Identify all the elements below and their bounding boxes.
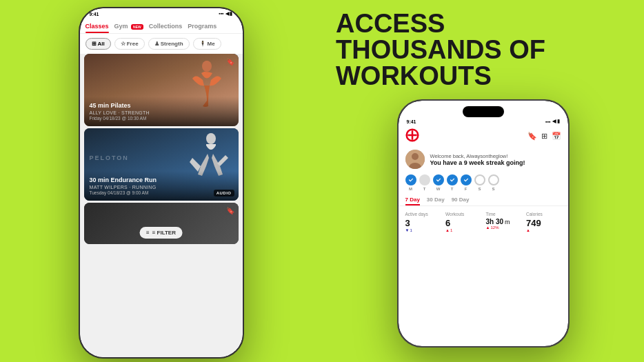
label-s2: S xyxy=(488,187,499,191)
pilates-date: Friday 04/18/23 @ 10:30 AM xyxy=(90,116,233,121)
welcome-section: Welcome back, Alwaysontheglow! You have … xyxy=(399,147,568,173)
period-tabs: 7 Day 30 Day 90 Day xyxy=(399,194,568,206)
avatar-svg xyxy=(405,150,425,169)
stats-section: Active days 3 ▼ 1 Workouts 6 xyxy=(399,206,568,238)
workout-card-third[interactable]: 🔖 ≡ ≡ FILTER xyxy=(84,203,239,244)
tab-programs[interactable]: Programs xyxy=(188,21,217,33)
run-instructor: MATT WILPERS · RUNNING xyxy=(90,185,233,190)
workout-feed: 45 min Pilates ALLY LOVE · STRENGTH Frid… xyxy=(80,54,243,357)
chip-all[interactable]: ⊞ All xyxy=(85,38,111,50)
label-m: M xyxy=(405,187,416,191)
streak-dot-s1 xyxy=(474,174,485,185)
stat-active-days-label: Active days xyxy=(405,212,441,217)
welcome-text-block: Welcome back, Alwaysontheglow! You have … xyxy=(430,153,525,166)
bookmark-icon-pilates[interactable]: 🔖 xyxy=(226,58,234,66)
streak-section: M T W T F S S xyxy=(399,173,568,194)
peloton-logo-svg xyxy=(405,128,419,142)
filter-icon: ≡ xyxy=(146,230,150,236)
nav-tabs: Classes Gym NEW Collections Programs xyxy=(80,18,243,34)
star-icon: ☆ xyxy=(121,41,125,47)
checkmark-m xyxy=(408,177,414,183)
streak-dot-t2 xyxy=(447,174,458,185)
chip-me[interactable]: 🕴 Me xyxy=(193,38,221,50)
label-f: F xyxy=(461,187,472,191)
pilates-title: 45 min Pilates xyxy=(90,102,233,109)
stat-time: Time 3h 30m ▲ 12% xyxy=(486,212,521,232)
svg-point-1 xyxy=(206,133,216,144)
stat-workouts: Workouts 6 ▲ 1 xyxy=(445,212,481,232)
headline-container: ACCESS THOUSANDS OF WORKOUTS xyxy=(322,0,644,96)
tab-collections[interactable]: Collections xyxy=(149,21,183,33)
workout-card-run[interactable]: PELOTON 30 min Endurance Run MATT WILPER… xyxy=(84,128,239,201)
left-panel: 9:41 ▪▪▪ ◀ ▮ Classes Gym NEW Collections… xyxy=(0,0,322,362)
time-right: 9:41 xyxy=(407,119,416,124)
run-title: 30 min Endurance Run xyxy=(90,177,233,183)
peloton-watermark: PELOTON xyxy=(90,154,129,161)
down-arrow-active: ▼ xyxy=(405,228,410,232)
chip-strength[interactable]: ♟ Strength xyxy=(148,38,190,50)
stat-time-label: Time xyxy=(486,212,521,217)
streak-dot-f xyxy=(461,174,472,185)
right-panel: ACCESS THOUSANDS OF WORKOUTS 9:41 ▪▪▪ ◀ … xyxy=(322,0,644,362)
stat-workouts-label: Workouts xyxy=(445,212,481,217)
streak-text: You have a 9 week streak going! xyxy=(430,159,525,166)
status-icons-left: ▪▪▪ ◀ ▮ xyxy=(219,11,232,17)
status-bar-left: 9:41 ▪▪▪ ◀ ▮ xyxy=(80,8,243,18)
person-icon: 🕴 xyxy=(199,41,206,47)
tab-classes[interactable]: Classes xyxy=(85,21,109,33)
streak-dots xyxy=(405,174,561,185)
streak-dot-t1 xyxy=(419,174,430,185)
app-header: 🔖 ⊞ 📅 xyxy=(399,124,568,147)
stat-workouts-value: 6 xyxy=(445,218,481,228)
tab-gym[interactable]: Gym NEW xyxy=(114,21,143,33)
new-badge: NEW xyxy=(131,24,143,30)
phone-right-container: 9:41 ▪▪▪ ◀ ▮ xyxy=(322,96,644,362)
checkmark-t2 xyxy=(450,177,455,183)
checkmark-f xyxy=(463,177,469,183)
status-icons-right: ▪▪▪ ◀ ▮ xyxy=(545,119,559,124)
signal-icon: ▪▪▪ xyxy=(545,119,550,124)
audio-badge: AUDIO xyxy=(214,190,234,197)
dynamic-island xyxy=(463,106,504,117)
strength-icon: ♟ xyxy=(154,41,159,47)
filter-label: ≡ FILTER xyxy=(152,230,176,236)
label-w: W xyxy=(433,187,444,191)
grid-icon: ⊞ xyxy=(92,41,97,47)
avatar xyxy=(405,150,425,169)
phone-left: 9:41 ▪▪▪ ◀ ▮ Classes Gym NEW Collections… xyxy=(79,7,244,359)
up-arrow-workouts: ▲ xyxy=(445,228,450,232)
tab-90day[interactable]: 90 Day xyxy=(452,197,470,205)
stat-calories-label: Calories xyxy=(526,212,561,217)
stat-active-days: Active days 3 ▼ 1 xyxy=(405,212,441,232)
bookmark-icon-third[interactable]: 🔖 xyxy=(226,207,234,214)
label-t1: T xyxy=(419,187,430,191)
stat-active-days-change: ▼ 1 xyxy=(405,228,441,232)
calendar-icon[interactable]: 📅 xyxy=(552,132,561,141)
chip-free[interactable]: ☆ Free xyxy=(114,38,145,50)
welcome-greeting: Welcome back, Alwaysontheglow! xyxy=(430,153,525,159)
stat-active-days-value: 3 xyxy=(405,218,441,228)
bookmark-header-icon[interactable]: 🔖 xyxy=(527,132,537,141)
stat-calories-value: 749 xyxy=(526,218,561,228)
streak-dot-m xyxy=(405,174,416,185)
add-icon[interactable]: ⊞ xyxy=(541,132,547,141)
time-left: 9:41 xyxy=(90,12,99,17)
checkmark-w xyxy=(436,177,441,183)
label-s1: S xyxy=(474,187,485,191)
stat-time-value: 3h 30m xyxy=(486,218,521,225)
svg-point-6 xyxy=(412,153,419,160)
peloton-logo xyxy=(405,128,419,144)
svg-point-0 xyxy=(202,61,212,72)
header-icons: 🔖 ⊞ 📅 xyxy=(527,132,561,141)
run-date: Tuesday 04/18/23 @ 9:00 AM xyxy=(90,190,233,195)
workout-card-pilates[interactable]: 45 min Pilates ALLY LOVE · STRENGTH Frid… xyxy=(84,54,239,126)
filter-chips: ⊞ All ☆ Free ♟ Strength 🕴 Me xyxy=(80,34,243,54)
stat-time-change: ▲ 12% xyxy=(486,225,521,230)
stat-workouts-change: ▲ 1 xyxy=(445,228,481,232)
tab-7day[interactable]: 7 Day xyxy=(405,197,420,205)
label-t2: T xyxy=(447,187,458,191)
filter-button[interactable]: ≡ ≡ FILTER xyxy=(139,227,183,239)
tab-30day[interactable]: 30 Day xyxy=(427,197,445,205)
streak-dot-s2 xyxy=(488,174,499,185)
wifi-icon: ◀ xyxy=(552,119,556,124)
